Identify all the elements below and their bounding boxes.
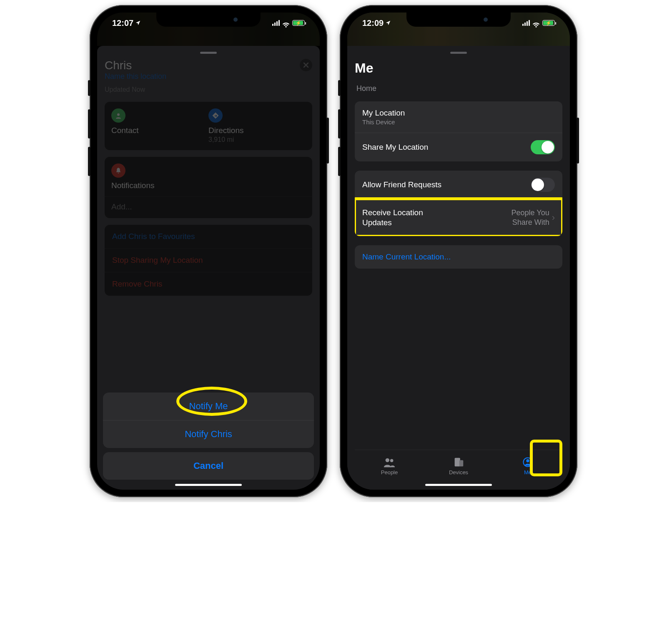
- notifications-title: Notifications: [111, 181, 306, 190]
- svg-point-1: [386, 458, 389, 462]
- cellular-icon: [272, 20, 280, 26]
- tab-me-label: Me: [524, 469, 532, 475]
- receive-updates-value: People You Share With: [491, 208, 549, 227]
- status-bar: 12:09 ⚡: [347, 13, 570, 33]
- home-indicator[interactable]: [175, 484, 242, 486]
- allow-friend-row: Allow Friend Requests: [355, 171, 562, 199]
- cellular-icon: [522, 20, 530, 26]
- home-indicator[interactable]: [425, 484, 492, 486]
- svg-point-2: [390, 459, 394, 463]
- directions-button[interactable]: Directions 3,910 mi: [208, 108, 306, 143]
- receive-updates-label: Receive Location Updates: [362, 208, 450, 228]
- sheet-grabber[interactable]: [200, 52, 217, 54]
- friend-settings-card: Allow Friend Requests Receive Location U…: [355, 171, 562, 236]
- status-bar: 12:07 ⚡: [97, 13, 320, 33]
- svg-point-6: [526, 459, 529, 462]
- phone-left: 12:07 ⚡ Chris Name this location: [90, 5, 327, 497]
- wifi-icon: [532, 20, 540, 26]
- allow-friend-label: Allow Friend Requests: [362, 180, 441, 189]
- share-location-label: Share My Location: [362, 143, 428, 152]
- name-location-card: Name Current Location...: [355, 245, 562, 269]
- contact-label: Contact: [111, 126, 208, 135]
- tab-me[interactable]: Me: [493, 450, 562, 482]
- tab-people[interactable]: People: [355, 450, 424, 482]
- tab-devices-label: Devices: [449, 469, 468, 475]
- section-home-label: Home: [356, 84, 561, 93]
- directions-label: Directions: [208, 126, 306, 135]
- location-arrow-icon: [385, 18, 391, 28]
- name-current-location-button[interactable]: Name Current Location...: [355, 245, 562, 269]
- svg-point-0: [117, 113, 120, 116]
- sheet-grabber[interactable]: [450, 52, 467, 54]
- add-notification-button[interactable]: Add...: [111, 202, 132, 211]
- tab-devices[interactable]: Devices: [424, 450, 493, 482]
- directions-icon: [208, 108, 223, 123]
- receive-updates-row[interactable]: Receive Location Updates People You Shar…: [355, 199, 562, 236]
- phone-right: 12:09 ⚡ Me Home My Location This Dev: [340, 5, 577, 497]
- share-location-toggle[interactable]: [531, 140, 555, 154]
- contact-button[interactable]: Contact: [111, 108, 208, 143]
- contact-icon: [111, 108, 125, 123]
- allow-friend-toggle[interactable]: [531, 178, 555, 192]
- action-sheet: Notify Me Notify Chris Cancel: [103, 392, 314, 480]
- location-arrow-icon: [135, 18, 141, 28]
- me-sheet: Me Home My Location This Device Share My…: [347, 46, 570, 490]
- remove-friend-button[interactable]: Remove Chris: [105, 272, 312, 296]
- svg-rect-4: [459, 460, 463, 466]
- devices-icon: [452, 457, 465, 468]
- my-location-value: This Device: [362, 118, 405, 126]
- svg-rect-3: [455, 458, 460, 467]
- me-icon: [522, 457, 534, 468]
- my-location-label: My Location: [362, 108, 405, 118]
- my-location-row[interactable]: My Location This Device: [355, 101, 562, 133]
- chevron-right-icon: ›: [552, 212, 555, 223]
- people-icon: [383, 457, 396, 468]
- wifi-icon: [282, 20, 290, 26]
- battery-icon: ⚡: [292, 20, 305, 26]
- close-button[interactable]: [300, 59, 312, 71]
- directions-distance: 3,910 mi: [208, 136, 306, 143]
- actions-card: Add Chris to Favourites Stop Sharing My …: [105, 225, 312, 296]
- stop-sharing-button[interactable]: Stop Sharing My Location: [105, 248, 312, 272]
- notify-friend-button[interactable]: Notify Chris: [103, 420, 314, 448]
- status-time: 12:09: [362, 18, 384, 28]
- bell-icon: [111, 164, 125, 178]
- notifications-card: Notifications Add...: [105, 157, 312, 218]
- battery-icon: ⚡: [542, 20, 555, 26]
- notify-me-button[interactable]: Notify Me: [103, 392, 314, 420]
- info-card: Contact Directions 3,910 mi: [105, 102, 312, 150]
- person-name: Chris: [105, 59, 166, 72]
- location-settings-card: My Location This Device Share My Locatio…: [355, 101, 562, 161]
- tab-people-label: People: [381, 469, 398, 475]
- share-location-row: Share My Location: [355, 133, 562, 161]
- cancel-button[interactable]: Cancel: [103, 452, 314, 480]
- status-time: 12:07: [112, 18, 133, 28]
- updated-label: Updated Now: [105, 86, 312, 93]
- add-favourites-button[interactable]: Add Chris to Favourites: [105, 225, 312, 248]
- name-location-link[interactable]: Name this location: [105, 72, 166, 81]
- page-title: Me: [355, 60, 562, 76]
